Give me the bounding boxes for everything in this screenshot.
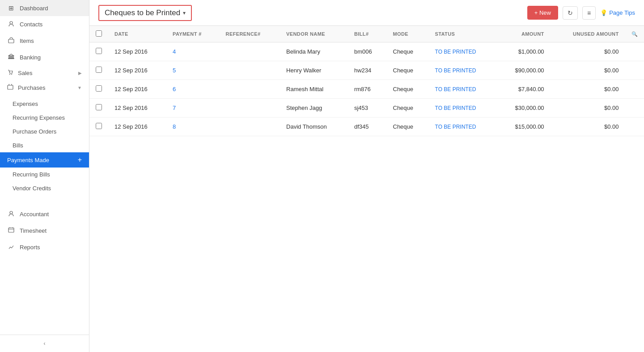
new-button[interactable]: + New — [527, 6, 558, 20]
row-bill-0: bm006 — [348, 42, 387, 61]
payment-link-2[interactable]: 6 — [173, 86, 176, 92]
row-status-3[interactable]: TO BE PRINTED — [429, 99, 497, 117]
sidebar-item-recurring-bills[interactable]: Recurring Bills — [0, 168, 89, 181]
page-tips-button[interactable]: 💡 Page Tips — [600, 9, 635, 16]
row-action-2 — [625, 80, 644, 99]
sidebar-item-sales[interactable]: Sales ▶ — [0, 66, 89, 80]
row-checkbox-cell-3[interactable] — [89, 99, 108, 117]
row-bill-3: sj453 — [348, 99, 387, 117]
refresh-button[interactable]: ↻ — [563, 6, 578, 20]
col-reference: REFERENCE# — [220, 26, 280, 42]
select-all-header[interactable] — [89, 26, 108, 42]
svg-point-0 — [10, 21, 13, 24]
sidebar-item-recurring-expenses[interactable]: Recurring Expenses — [0, 111, 89, 125]
row-vendor-1: Henry Walker — [280, 61, 348, 80]
status-badge-4[interactable]: TO BE PRINTED — [435, 124, 476, 130]
col-vendor: VENDOR NAME — [280, 26, 348, 42]
row-action-4 — [625, 117, 644, 136]
row-date-4: 12 Sep 2016 — [108, 117, 166, 136]
sidebar-label-items: Items — [20, 38, 34, 44]
row-checkbox-4[interactable] — [96, 123, 102, 129]
row-mode-3: Cheque — [387, 99, 429, 117]
row-checkbox-cell-2[interactable] — [89, 80, 108, 99]
sidebar-item-accountant[interactable]: Accountant — [0, 206, 89, 222]
status-badge-2[interactable]: TO BE PRINTED — [435, 86, 476, 92]
row-payment-1[interactable]: 5 — [166, 61, 220, 80]
svg-rect-10 — [8, 228, 14, 232]
payment-link-3[interactable]: 7 — [173, 105, 176, 111]
status-badge-1[interactable]: TO BE PRINTED — [435, 67, 476, 74]
sidebar-item-expenses[interactable]: Expenses — [0, 97, 89, 111]
payments-table: DATE PAYMENT # REFERENCE# VENDOR NAME BI… — [89, 26, 644, 136]
sidebar-item-reports[interactable]: Reports — [0, 239, 89, 256]
page-title: Cheques to be Printed — [105, 8, 180, 17]
row-status-4[interactable]: TO BE PRINTED — [429, 117, 497, 136]
sidebar-item-bills[interactable]: Bills — [0, 138, 89, 152]
table-search-button[interactable]: 🔍 — [625, 26, 644, 42]
row-unused-2: $0.00 — [551, 80, 625, 99]
row-mode-2: Cheque — [387, 80, 429, 99]
payments-made-label: Payments Made — [7, 157, 49, 163]
row-checkbox-1[interactable] — [96, 67, 102, 73]
sidebar-label-banking: Banking — [20, 54, 41, 61]
row-payment-4[interactable]: 8 — [166, 117, 220, 136]
row-mode-4: Cheque — [387, 117, 429, 136]
status-badge-3[interactable]: TO BE PRINTED — [435, 105, 476, 111]
svg-point-9 — [10, 211, 13, 214]
row-payment-2[interactable]: 6 — [166, 80, 220, 99]
row-payment-3[interactable]: 7 — [166, 99, 220, 117]
sidebar-collapse-button[interactable]: ‹ — [0, 335, 89, 352]
recurring-expenses-label: Recurring Expenses — [13, 114, 65, 121]
row-amount-3: $30,000.00 — [497, 99, 551, 117]
row-payment-0[interactable]: 4 — [166, 42, 220, 61]
row-unused-0: $0.00 — [551, 42, 625, 61]
items-icon — [7, 37, 15, 45]
table-header-row: DATE PAYMENT # REFERENCE# VENDOR NAME BI… — [89, 26, 644, 42]
payments-made-add-icon[interactable]: + — [78, 156, 82, 164]
sidebar-item-timesheet[interactable]: Timesheet — [0, 222, 89, 239]
row-action-3 — [625, 99, 644, 117]
col-payment: PAYMENT # — [166, 26, 220, 42]
select-all-checkbox[interactable] — [96, 30, 102, 37]
payment-link-0[interactable]: 4 — [173, 48, 176, 55]
payment-link-4[interactable]: 8 — [173, 123, 176, 130]
sidebar-item-contacts[interactable]: Contacts — [0, 16, 89, 33]
row-bill-1: hw234 — [348, 61, 387, 80]
row-amount-2: $7,840.00 — [497, 80, 551, 99]
row-reference-0 — [220, 42, 280, 61]
col-status: STATUS — [429, 26, 497, 42]
row-unused-1: $0.00 — [551, 61, 625, 80]
svg-rect-8 — [8, 85, 13, 89]
sidebar-item-banking[interactable]: Banking — [0, 49, 89, 66]
row-checkbox-cell-0[interactable] — [89, 42, 108, 61]
topbar-actions: + New ↻ ≡ 💡 Page Tips — [527, 6, 635, 20]
row-checkbox-3[interactable] — [96, 104, 102, 110]
row-status-2[interactable]: TO BE PRINTED — [429, 80, 497, 99]
dashboard-icon: ⊞ — [7, 4, 15, 12]
col-mode: MODE — [387, 26, 429, 42]
table-row: 12 Sep 2016 8 David Thomson df345 Cheque… — [89, 117, 644, 136]
sidebar-item-items[interactable]: Items — [0, 33, 89, 49]
page-title-dropdown[interactable]: Cheques to be Printed ▾ — [98, 5, 192, 21]
row-date-2: 12 Sep 2016 — [108, 80, 166, 99]
row-vendor-2: Ramesh Mittal — [280, 80, 348, 99]
payment-link-1[interactable]: 5 — [173, 67, 176, 74]
sidebar-item-vendor-credits[interactable]: Vendor Credits — [0, 181, 89, 195]
row-status-1[interactable]: TO BE PRINTED — [429, 61, 497, 80]
svg-rect-4 — [13, 56, 13, 58]
status-badge-0[interactable]: TO BE PRINTED — [435, 49, 476, 55]
row-status-0[interactable]: TO BE PRINTED — [429, 42, 497, 61]
sidebar-item-payments-made[interactable]: Payments Made + — [0, 152, 89, 168]
menu-button[interactable]: ≡ — [582, 6, 596, 20]
row-checkbox-cell-1[interactable] — [89, 61, 108, 80]
row-checkbox-cell-4[interactable] — [89, 117, 108, 136]
row-checkbox-2[interactable] — [96, 85, 102, 92]
reports-icon — [7, 243, 15, 251]
purchase-orders-label: Purchase Orders — [13, 128, 56, 135]
sidebar: ⊞ Dashboard Contacts Items Banking Sales… — [0, 0, 89, 352]
sidebar-item-purchases[interactable]: Purchases ▼ — [0, 80, 89, 95]
row-checkbox-0[interactable] — [96, 48, 102, 54]
purchases-arrow-icon: ▼ — [77, 85, 82, 90]
sidebar-item-dashboard[interactable]: ⊞ Dashboard — [0, 0, 89, 16]
sidebar-item-purchase-orders[interactable]: Purchase Orders — [0, 125, 89, 138]
